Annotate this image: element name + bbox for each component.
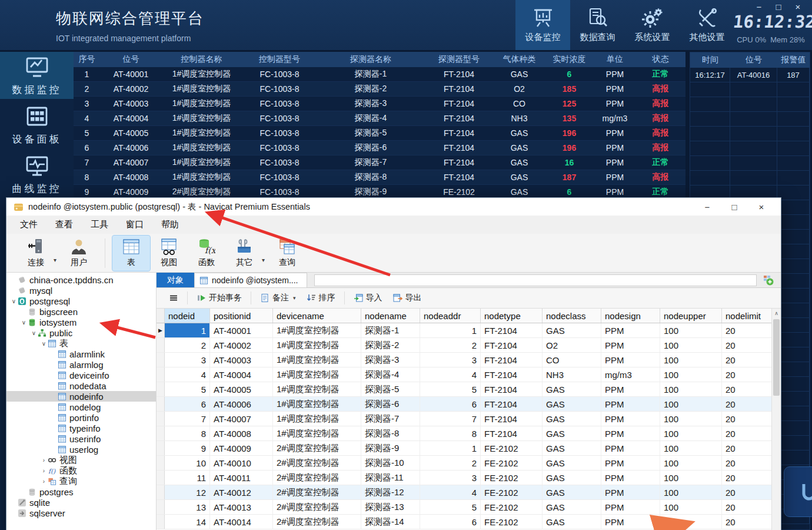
chevron-right-icon[interactable]: › — [40, 457, 48, 463]
grid-cell-nodeid[interactable]: 13 — [165, 500, 210, 514]
close-button[interactable]: × — [793, 2, 803, 12]
grid-cell-nodename[interactable]: 探测器-8 — [361, 426, 420, 440]
grid-cell-nodename[interactable]: 探测器-4 — [361, 367, 420, 382]
scroll-up-icon[interactable]: ∧ — [772, 309, 781, 318]
grid-cell-nodesign[interactable]: PPM — [601, 382, 660, 396]
tree-item[interactable]: deviceinfo — [6, 370, 156, 380]
sidebar-device-panel[interactable]: 设备面板 — [0, 101, 74, 148]
grid-cell-nodeupper[interactable]: 100 — [660, 500, 722, 514]
grid-cell-positionid[interactable]: AT-40010 — [210, 456, 273, 470]
minimize-button[interactable]: − — [754, 2, 764, 12]
grid-cell-nodename[interactable]: 探测器-1 — [361, 323, 420, 337]
scrollbar-thumb[interactable] — [773, 319, 780, 396]
tree-item[interactable]: sqlite — [6, 497, 156, 508]
grid-cell-positionid[interactable]: AT-40005 — [210, 382, 273, 396]
toolbar-view-button[interactable]: 视图 — [150, 236, 188, 271]
grid-cell-nodeclass[interactable]: O2 — [543, 338, 601, 352]
menu-item-2[interactable]: 工具 — [82, 219, 117, 230]
grid-cell-nodeupper[interactable]: 100 — [660, 323, 722, 337]
grid-cell-nodetype[interactable]: FT-2104 — [481, 353, 543, 367]
tree-item[interactable]: typeinfo — [6, 423, 156, 433]
grid-cell-nodeaddr[interactable]: 1 — [420, 441, 481, 455]
grid-cell-positionid[interactable]: AT-40006 — [210, 397, 273, 411]
grid-cell-nodesign[interactable]: PPM — [601, 412, 660, 426]
chevron-down-icon[interactable]: ∨ — [30, 330, 38, 336]
grid-cell-positionid[interactable]: AT-40009 — [210, 441, 273, 455]
grid-cell-nodeclass[interactable]: NH3 — [543, 367, 601, 382]
grid-cell-nodeupper[interactable]: 100 — [660, 353, 722, 367]
grid-cell-positionid[interactable]: AT-40013 — [210, 500, 273, 514]
grid-cell-nodeclass[interactable]: GAS — [543, 456, 601, 470]
grid-cell-nodeid[interactable]: 5 — [165, 382, 210, 396]
grid-cell-nodesign[interactable]: PPM — [601, 485, 660, 499]
tree-item[interactable]: ∨ public — [6, 327, 156, 338]
grid-cell-devicename[interactable]: 2#调度室控制器 — [273, 500, 361, 514]
tree-item[interactable]: › 查询 — [6, 476, 156, 486]
grid-cell-nodesign[interactable]: PPM — [601, 515, 660, 529]
grid-cell-nodeclass[interactable]: GAS — [543, 441, 601, 455]
grid-cell-devicename[interactable]: 1#调度室控制器 — [273, 412, 361, 426]
grid-cell-devicename[interactable]: 1#调度室控制器 — [273, 353, 361, 367]
grid-cell-nodeid[interactable]: 2 — [165, 338, 210, 352]
grid-cell-positionid[interactable]: AT-40011 — [210, 471, 273, 485]
grid-cell-nodeaddr[interactable]: 2 — [420, 456, 481, 470]
menu-item-1[interactable]: 查看 — [46, 219, 82, 230]
grid-cell-nodetype[interactable]: FE-2102 — [481, 500, 543, 514]
menu-item-3[interactable]: 窗口 — [117, 219, 152, 230]
grid-cell-nodelimit[interactable]: 20 — [722, 441, 773, 455]
grid-cell-nodename[interactable]: 探测器-6 — [361, 397, 420, 411]
grid-cell-devicename[interactable]: 2#调度室控制器 — [273, 485, 361, 499]
grid-cell-nodeupper[interactable]: 100 — [660, 471, 722, 485]
grid-cell-nodelimit[interactable]: 20 — [722, 397, 773, 411]
grid-cell-devicename[interactable]: 1#调度室控制器 — [273, 323, 361, 337]
sort-button[interactable]: 排序 — [301, 290, 341, 306]
menu-item-4[interactable]: 帮助 — [152, 219, 188, 230]
grid-cell-nodelimit[interactable]: 20 — [722, 471, 773, 485]
grid-cell-nodename[interactable]: 探测器-3 — [361, 353, 420, 367]
grid-cell-nodetype[interactable]: FT-2104 — [481, 382, 543, 396]
grid-cell-nodeid[interactable]: 3 — [165, 353, 210, 367]
grid-column-header-devicename[interactable]: devicename — [273, 309, 361, 323]
grid-cell-devicename[interactable]: 2#调度室控制器 — [273, 471, 361, 485]
tree-item[interactable]: nodedata — [6, 380, 156, 391]
close-button[interactable]: × — [748, 198, 775, 216]
sidebar-curve-monitor[interactable]: 曲线监控 — [0, 151, 74, 198]
tree-item[interactable]: bigscreen — [6, 306, 156, 317]
grid-cell-nodelimit[interactable]: 20 — [722, 500, 773, 514]
grid-cell-nodetype[interactable]: FT-2104 — [481, 426, 543, 440]
maximize-button[interactable]: □ — [774, 2, 783, 12]
grid-cell-nodelimit[interactable]: 20 — [722, 412, 773, 426]
grid-cell-nodename[interactable]: 探测器-5 — [361, 382, 420, 396]
chevron-down-icon[interactable]: ∨ — [10, 298, 18, 304]
grid-cell-nodeid[interactable]: 1 — [165, 323, 210, 337]
grid-cell-nodeclass[interactable]: GAS — [543, 471, 601, 485]
grid-cell-devicename[interactable]: 2#调度室控制器 — [273, 441, 361, 455]
grid-cell-nodeupper[interactable]: 100 — [660, 456, 722, 470]
tree-item[interactable]: postgres — [6, 486, 156, 497]
grid-column-header-nodeupper[interactable]: nodeupper — [660, 309, 722, 323]
grid-cell-nodeupper[interactable]: 100 — [660, 412, 722, 426]
grid-column-header-positionid[interactable]: positionid — [210, 309, 273, 323]
grid-cell-nodeaddr[interactable]: 6 — [420, 515, 481, 529]
tree-item[interactable]: userlog — [6, 444, 156, 455]
grid-cell-nodeclass[interactable]: GAS — [543, 500, 601, 514]
nav-device-monitor[interactable]: 设备监控 — [515, 0, 570, 50]
grid-cell-positionid[interactable]: AT-40014 — [210, 515, 273, 529]
grid-cell-devicename[interactable]: 1#调度室控制器 — [273, 367, 361, 382]
import-button[interactable]: 导入 — [348, 290, 388, 306]
grid-cell-nodeclass[interactable]: GAS — [543, 382, 601, 396]
grid-cell-nodeclass[interactable]: GAS — [543, 515, 601, 529]
grid-cell-nodetype[interactable]: FT-2104 — [481, 338, 543, 352]
vertical-scrollbar[interactable]: ∧ — [771, 309, 781, 530]
grid-cell-nodeid[interactable]: 10 — [165, 456, 210, 470]
grid-cell-nodetype[interactable]: FE-2102 — [481, 515, 543, 529]
grid-cell-nodeupper[interactable]: 100 — [660, 397, 722, 411]
tree-item[interactable]: userinfo — [6, 433, 156, 444]
grid-cell-nodeaddr[interactable]: 3 — [420, 353, 481, 367]
note-button[interactable]: 备注 ▾ — [255, 290, 301, 306]
floating-widget[interactable] — [784, 466, 812, 517]
grid-cell-nodeaddr[interactable]: 4 — [420, 367, 481, 382]
grid-cell-positionid[interactable]: AT-40007 — [210, 412, 273, 426]
grid-cell-nodeaddr[interactable]: 4 — [420, 485, 481, 499]
tree-item[interactable]: nodelog — [6, 402, 156, 412]
